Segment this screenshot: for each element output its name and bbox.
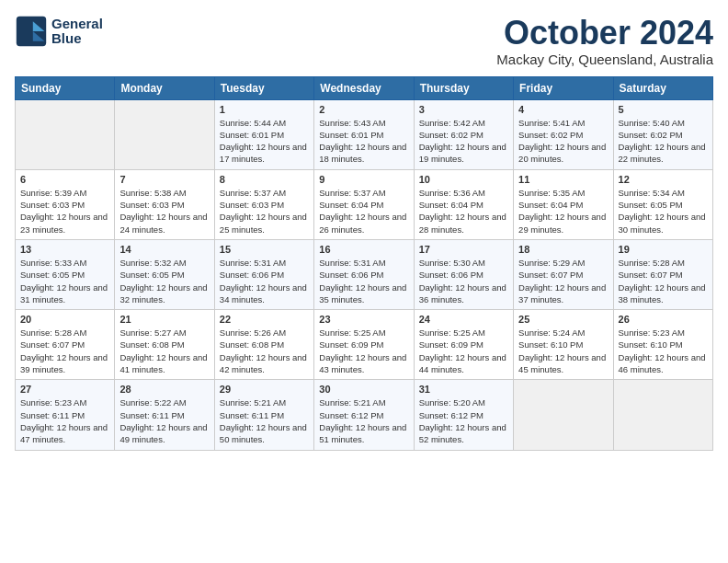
day-number: 25	[518, 314, 608, 325]
day-info: Sunrise: 5:42 AM Sunset: 6:02 PM Dayligh…	[419, 117, 508, 166]
day-info: Sunrise: 5:38 AM Sunset: 6:03 PM Dayligh…	[119, 187, 209, 236]
day-info: Sunrise: 5:33 AM Sunset: 6:05 PM Dayligh…	[20, 257, 109, 305]
weekday-header-thursday: Thursday	[414, 76, 513, 99]
calendar-cell: 9Sunrise: 5:37 AM Sunset: 6:04 PM Daylig…	[314, 169, 414, 239]
calendar-week-row: 27Sunrise: 5:23 AM Sunset: 6:11 PM Dayli…	[16, 380, 713, 450]
weekday-header-saturday: Saturday	[613, 76, 712, 99]
calendar-cell: 16Sunrise: 5:31 AM Sunset: 6:06 PM Dayli…	[314, 239, 414, 309]
calendar-cell: 19Sunrise: 5:28 AM Sunset: 6:07 PM Dayli…	[613, 239, 712, 309]
day-info: Sunrise: 5:21 AM Sunset: 6:12 PM Dayligh…	[319, 396, 408, 445]
day-number: 3	[419, 104, 508, 115]
month-title: October 2024	[496, 15, 713, 52]
calendar-cell: 8Sunrise: 5:37 AM Sunset: 6:03 PM Daylig…	[214, 169, 313, 239]
day-info: Sunrise: 5:41 AM Sunset: 6:02 PM Dayligh…	[518, 117, 608, 166]
day-number: 11	[518, 174, 608, 185]
day-number: 9	[319, 174, 408, 185]
calendar-cell: 20Sunrise: 5:28 AM Sunset: 6:07 PM Dayli…	[16, 310, 115, 380]
logo-text: General Blue	[51, 17, 103, 47]
calendar-cell: 14Sunrise: 5:32 AM Sunset: 6:05 PM Dayli…	[115, 239, 214, 309]
weekday-header-wednesday: Wednesday	[314, 76, 414, 99]
day-number: 31	[419, 384, 508, 395]
logo-line2: Blue	[51, 31, 103, 47]
day-number: 21	[119, 314, 209, 325]
day-info: Sunrise: 5:21 AM Sunset: 6:11 PM Dayligh…	[220, 396, 309, 445]
day-number: 18	[518, 244, 608, 255]
day-number: 28	[119, 384, 209, 395]
page-header: General Blue October 2024 Mackay City, Q…	[15, 15, 713, 67]
calendar-cell: 25Sunrise: 5:24 AM Sunset: 6:10 PM Dayli…	[514, 310, 613, 380]
day-info: Sunrise: 5:37 AM Sunset: 6:04 PM Dayligh…	[319, 187, 408, 236]
day-number: 15	[220, 244, 309, 255]
calendar-cell: 28Sunrise: 5:22 AM Sunset: 6:11 PM Dayli…	[115, 380, 214, 450]
day-number: 27	[20, 384, 109, 395]
day-number: 23	[319, 314, 408, 325]
day-number: 22	[220, 314, 309, 325]
location-title: Mackay City, Queensland, Australia	[496, 52, 713, 67]
title-block: October 2024 Mackay City, Queensland, Au…	[496, 15, 713, 67]
calendar-cell	[514, 380, 613, 450]
calendar-cell	[613, 380, 712, 450]
day-number: 29	[220, 384, 309, 395]
calendar-table: SundayMondayTuesdayWednesdayThursdayFrid…	[15, 76, 713, 451]
calendar-cell: 31Sunrise: 5:20 AM Sunset: 6:12 PM Dayli…	[414, 380, 513, 450]
day-info: Sunrise: 5:23 AM Sunset: 6:11 PM Dayligh…	[20, 396, 109, 445]
day-info: Sunrise: 5:23 AM Sunset: 6:10 PM Dayligh…	[619, 327, 708, 375]
weekday-header-monday: Monday	[115, 76, 214, 99]
day-info: Sunrise: 5:31 AM Sunset: 6:06 PM Dayligh…	[220, 257, 309, 305]
logo-icon	[15, 15, 48, 48]
day-info: Sunrise: 5:34 AM Sunset: 6:05 PM Dayligh…	[619, 187, 708, 236]
calendar-cell: 7Sunrise: 5:38 AM Sunset: 6:03 PM Daylig…	[115, 169, 214, 239]
day-info: Sunrise: 5:40 AM Sunset: 6:02 PM Dayligh…	[619, 117, 708, 166]
day-info: Sunrise: 5:35 AM Sunset: 6:04 PM Dayligh…	[518, 187, 608, 236]
calendar-cell: 22Sunrise: 5:26 AM Sunset: 6:08 PM Dayli…	[214, 310, 313, 380]
day-info: Sunrise: 5:28 AM Sunset: 6:07 PM Dayligh…	[619, 257, 708, 305]
day-number: 13	[20, 244, 109, 255]
calendar-cell: 5Sunrise: 5:40 AM Sunset: 6:02 PM Daylig…	[613, 99, 712, 169]
day-info: Sunrise: 5:20 AM Sunset: 6:12 PM Dayligh…	[419, 396, 508, 445]
calendar-cell: 3Sunrise: 5:42 AM Sunset: 6:02 PM Daylig…	[414, 99, 513, 169]
day-info: Sunrise: 5:37 AM Sunset: 6:03 PM Dayligh…	[220, 187, 309, 236]
day-number: 30	[319, 384, 408, 395]
day-info: Sunrise: 5:30 AM Sunset: 6:06 PM Dayligh…	[419, 257, 508, 305]
day-number: 26	[619, 314, 708, 325]
day-number: 16	[319, 244, 408, 255]
logo: General Blue	[15, 15, 103, 48]
calendar-cell: 18Sunrise: 5:29 AM Sunset: 6:07 PM Dayli…	[514, 239, 613, 309]
weekday-header-sunday: Sunday	[16, 76, 115, 99]
day-number: 19	[619, 244, 708, 255]
day-number: 6	[20, 174, 109, 185]
day-info: Sunrise: 5:25 AM Sunset: 6:09 PM Dayligh…	[319, 327, 408, 375]
calendar-cell: 24Sunrise: 5:25 AM Sunset: 6:09 PM Dayli…	[414, 310, 513, 380]
calendar-cell: 23Sunrise: 5:25 AM Sunset: 6:09 PM Dayli…	[314, 310, 414, 380]
calendar-cell: 10Sunrise: 5:36 AM Sunset: 6:04 PM Dayli…	[414, 169, 513, 239]
weekday-header-friday: Friday	[514, 76, 613, 99]
day-number: 12	[619, 174, 708, 185]
day-number: 5	[619, 104, 708, 115]
day-info: Sunrise: 5:22 AM Sunset: 6:11 PM Dayligh…	[119, 396, 209, 445]
calendar-cell: 17Sunrise: 5:30 AM Sunset: 6:06 PM Dayli…	[414, 239, 513, 309]
calendar-week-row: 13Sunrise: 5:33 AM Sunset: 6:05 PM Dayli…	[16, 239, 713, 309]
calendar-cell	[16, 99, 115, 169]
day-info: Sunrise: 5:31 AM Sunset: 6:06 PM Dayligh…	[319, 257, 408, 305]
calendar-cell: 12Sunrise: 5:34 AM Sunset: 6:05 PM Dayli…	[613, 169, 712, 239]
day-info: Sunrise: 5:36 AM Sunset: 6:04 PM Dayligh…	[419, 187, 508, 236]
calendar-cell: 21Sunrise: 5:27 AM Sunset: 6:08 PM Dayli…	[115, 310, 214, 380]
calendar-cell: 6Sunrise: 5:39 AM Sunset: 6:03 PM Daylig…	[16, 169, 115, 239]
weekday-header-row: SundayMondayTuesdayWednesdayThursdayFrid…	[16, 76, 713, 99]
calendar-cell: 11Sunrise: 5:35 AM Sunset: 6:04 PM Dayli…	[514, 169, 613, 239]
day-info: Sunrise: 5:25 AM Sunset: 6:09 PM Dayligh…	[419, 327, 508, 375]
day-info: Sunrise: 5:26 AM Sunset: 6:08 PM Dayligh…	[220, 327, 309, 375]
day-number: 24	[419, 314, 508, 325]
day-info: Sunrise: 5:29 AM Sunset: 6:07 PM Dayligh…	[518, 257, 608, 305]
day-number: 1	[220, 104, 309, 115]
logo-line1: General	[51, 17, 103, 32]
calendar-cell: 1Sunrise: 5:44 AM Sunset: 6:01 PM Daylig…	[214, 99, 313, 169]
day-number: 20	[20, 314, 109, 325]
calendar-cell: 26Sunrise: 5:23 AM Sunset: 6:10 PM Dayli…	[613, 310, 712, 380]
day-info: Sunrise: 5:28 AM Sunset: 6:07 PM Dayligh…	[20, 327, 109, 375]
calendar-week-row: 6Sunrise: 5:39 AM Sunset: 6:03 PM Daylig…	[16, 169, 713, 239]
day-number: 8	[220, 174, 309, 185]
day-number: 10	[419, 174, 508, 185]
day-info: Sunrise: 5:44 AM Sunset: 6:01 PM Dayligh…	[220, 117, 309, 166]
day-number: 14	[119, 244, 209, 255]
